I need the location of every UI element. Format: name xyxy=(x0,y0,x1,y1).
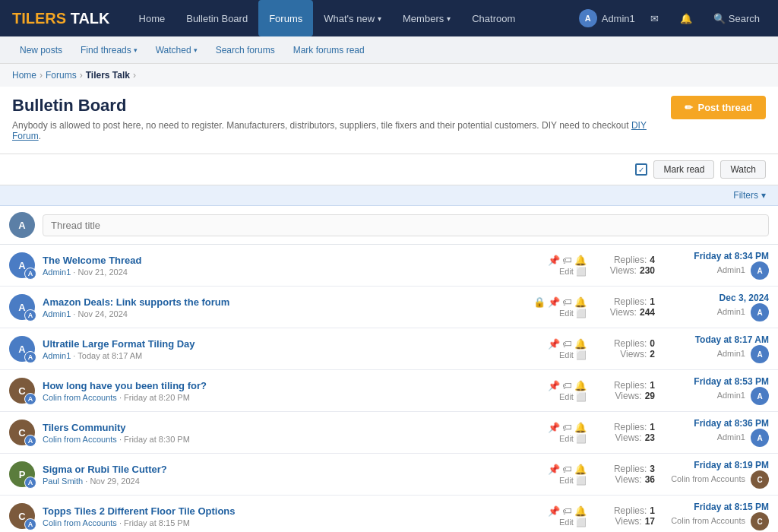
nav-whats-new[interactable]: What's new▾ xyxy=(313,0,392,36)
action-bar: ✓ Mark read Watch xyxy=(0,154,778,185)
copy-icon[interactable]: ⬜ xyxy=(576,434,587,443)
thread-title[interactable]: How long have you been tiling for? xyxy=(43,380,533,391)
thread-title[interactable]: Ultratile Large Format Tiling Day xyxy=(43,338,533,350)
thread-author[interactable]: Colin from Accounts xyxy=(43,518,117,527)
thread-edit-row: Edit ⬜ xyxy=(559,267,587,277)
bell-icon[interactable]: 🔔 xyxy=(574,380,587,391)
notifications-button[interactable]: 🔔 xyxy=(674,10,698,27)
watch-button[interactable]: Watch xyxy=(720,160,766,179)
nav-mark-forums-read[interactable]: Mark forums read xyxy=(286,40,372,60)
bell-icon[interactable]: 🔔 xyxy=(574,338,587,350)
user-button[interactable]: A Admin1 xyxy=(579,9,635,27)
thread-badge-avatar: A xyxy=(24,435,36,447)
nav-chatroom[interactable]: Chatroom xyxy=(461,0,526,36)
thread-badge-avatar: A xyxy=(24,518,36,530)
thread-author[interactable]: Admin1 xyxy=(43,351,71,360)
messages-button[interactable]: ✉ xyxy=(644,10,665,27)
tag-icon[interactable]: 🏷 xyxy=(562,464,572,475)
page-header-left: Bulletin Board Anybody is allowed to pos… xyxy=(12,96,671,141)
search-button[interactable]: 🔍 Search xyxy=(707,10,766,27)
copy-icon[interactable]: ⬜ xyxy=(576,518,587,527)
copy-icon[interactable]: ⬜ xyxy=(576,476,587,485)
views-value: 2 xyxy=(650,349,655,359)
edit-label[interactable]: Edit xyxy=(559,392,574,401)
thread-author[interactable]: Admin1 xyxy=(43,309,71,318)
copy-icon[interactable]: ⬜ xyxy=(576,350,587,359)
thread-icons-group: 📌 🏷 🔔 Edit ⬜ xyxy=(541,338,587,360)
thread-date: Friday at 8:20 PM xyxy=(124,393,190,402)
nav-bulletin-board[interactable]: Bulletin Board xyxy=(176,0,258,36)
thread-search-input[interactable] xyxy=(43,214,769,236)
tag-icon[interactable]: 🏷 xyxy=(562,505,572,517)
edit-label[interactable]: Edit xyxy=(559,309,574,318)
watched-chevron: ▾ xyxy=(194,46,198,54)
pin-icon[interactable]: 📌 xyxy=(548,338,560,350)
bell-icon[interactable]: 🔔 xyxy=(574,255,587,266)
views-value: 23 xyxy=(645,432,655,443)
copy-icon[interactable]: ⬜ xyxy=(576,267,587,276)
thread-date: Friday at 8:30 PM xyxy=(124,435,190,444)
nav-forums[interactable]: Forums xyxy=(258,0,313,36)
thread-title[interactable]: Tilers Community xyxy=(43,422,533,433)
edit-label[interactable]: Edit xyxy=(559,434,574,443)
replies-label: Replies: xyxy=(614,380,647,391)
filters-button[interactable]: Filters ▾ xyxy=(733,190,766,201)
edit-label[interactable]: Edit xyxy=(559,518,574,527)
thread-title[interactable]: Amazon Deals: Link supports the forum xyxy=(43,296,526,308)
thread-last-time[interactable]: Friday at 8:19 PM xyxy=(663,460,769,470)
edit-label[interactable]: Edit xyxy=(559,267,574,276)
pin-icon[interactable]: 📌 xyxy=(548,464,560,475)
pin-icon[interactable]: 📌 xyxy=(548,505,560,517)
copy-icon[interactable]: ⬜ xyxy=(576,392,587,401)
copy-icon[interactable]: ⬜ xyxy=(576,309,587,318)
tag-icon[interactable]: 🏷 xyxy=(562,338,572,350)
thread-author[interactable]: Paul Smith xyxy=(43,477,83,486)
bell-icon[interactable]: 🔔 xyxy=(574,464,587,475)
thread-badge-avatar: A xyxy=(24,309,36,321)
breadcrumb-forums[interactable]: Forums xyxy=(46,70,77,81)
mark-read-button[interactable]: Mark read xyxy=(653,160,714,179)
user-name: Admin1 xyxy=(602,13,635,24)
filters-label: Filters xyxy=(733,190,758,201)
thread-last-time[interactable]: Friday at 8:53 PM xyxy=(663,376,769,387)
nav-find-threads[interactable]: Find threads ▾ xyxy=(73,40,145,60)
nav-search-forums[interactable]: Search forums xyxy=(208,40,283,60)
nav-new-posts[interactable]: New posts xyxy=(12,40,70,60)
thread-main: Amazon Deals: Link supports the forum Ad… xyxy=(43,296,526,318)
thread-author[interactable]: Admin1 xyxy=(43,268,71,277)
thread-top-icons: 📌 🏷 🔔 xyxy=(548,338,587,350)
thread-author[interactable]: Colin from Accounts xyxy=(43,435,117,444)
nav-home[interactable]: Home xyxy=(128,0,176,36)
tag-icon[interactable]: 🏷 xyxy=(562,422,572,433)
thread-avatar: C A xyxy=(9,420,35,445)
thread-last-time[interactable]: Today at 8:17 AM xyxy=(663,334,769,345)
pin-icon[interactable]: 📌 xyxy=(548,380,560,391)
select-all-checkbox[interactable]: ✓ xyxy=(635,163,647,176)
thread-title[interactable]: Sigma or Rubi Tile Cutter? xyxy=(43,464,533,475)
page-title: Bulletin Board xyxy=(12,96,671,116)
edit-label[interactable]: Edit xyxy=(559,350,574,359)
pin-icon[interactable]: 📌 xyxy=(548,296,560,308)
thread-top-icons: 📌 🏷 🔔 xyxy=(548,380,587,391)
pin-icon[interactable]: 📌 xyxy=(548,255,560,266)
thread-title[interactable]: Topps Tiles 2 Different Floor Tile Optio… xyxy=(43,505,533,517)
tag-icon[interactable]: 🏷 xyxy=(562,380,572,391)
bell-icon[interactable]: 🔔 xyxy=(574,296,587,308)
breadcrumb-home[interactable]: Home xyxy=(12,70,36,81)
thread-last-time[interactable]: Friday at 8:34 PM xyxy=(663,251,769,261)
bell-icon[interactable]: 🔔 xyxy=(574,422,587,433)
thread-author[interactable]: Colin from Accounts xyxy=(43,393,117,402)
post-thread-button[interactable]: ✏ Post thread xyxy=(671,96,766,119)
pin-icon[interactable]: 📌 xyxy=(548,422,560,433)
thread-title[interactable]: The Welcome Thread xyxy=(43,255,533,266)
nav-members[interactable]: Members▾ xyxy=(392,0,461,36)
thread-edit-row: Edit ⬜ xyxy=(559,434,587,444)
thread-last-time[interactable]: Dec 3, 2024 xyxy=(663,293,769,303)
tag-icon[interactable]: 🏷 xyxy=(562,255,572,266)
thread-last-time[interactable]: Friday at 8:36 PM xyxy=(663,418,769,429)
nav-watched[interactable]: Watched ▾ xyxy=(148,40,205,60)
bell-icon[interactable]: 🔔 xyxy=(574,505,587,517)
edit-label[interactable]: Edit xyxy=(559,476,574,485)
tag-icon[interactable]: 🏷 xyxy=(562,296,572,308)
thread-last-time[interactable]: Friday at 8:15 PM xyxy=(663,502,769,512)
